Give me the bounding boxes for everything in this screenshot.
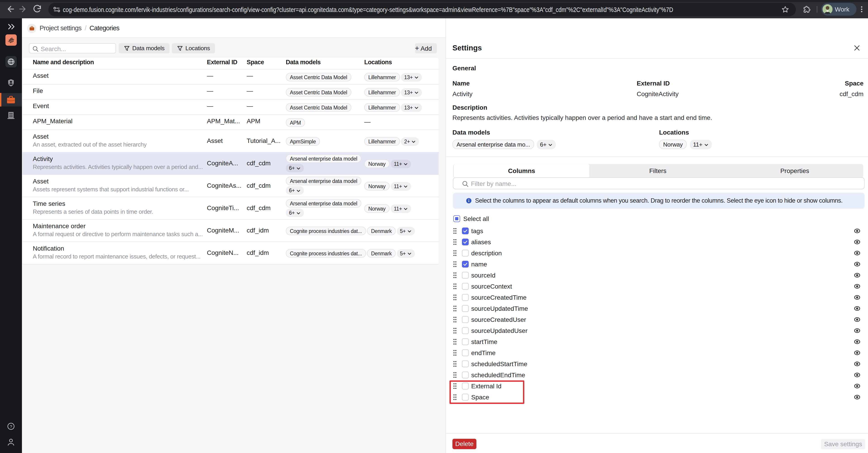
svg-text:?: ? xyxy=(10,424,12,429)
